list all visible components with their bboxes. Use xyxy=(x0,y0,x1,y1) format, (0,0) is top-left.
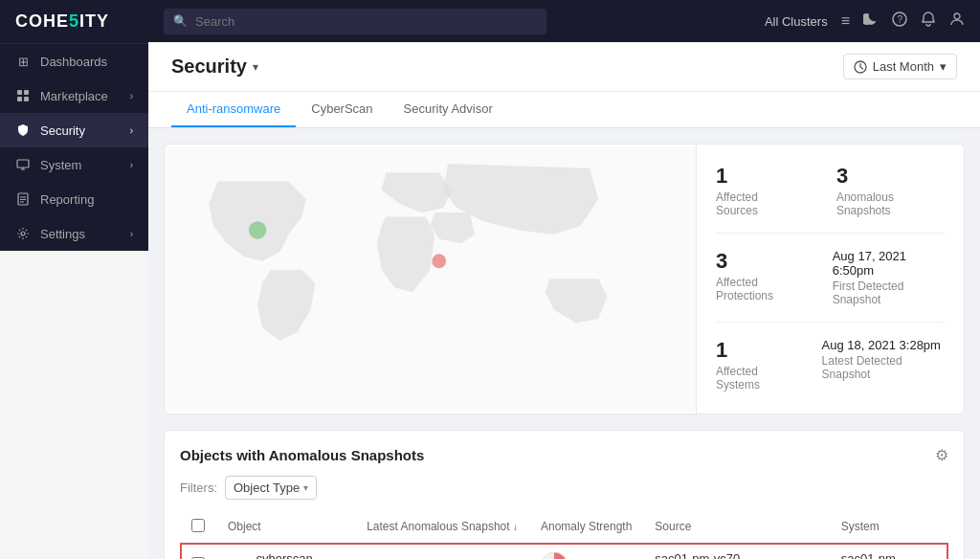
sidebar-label-reporting: Reporting xyxy=(40,192,133,207)
affected-sources-label: Affected Sources xyxy=(716,190,798,217)
svg-point-12 xyxy=(249,221,267,239)
world-map-svg xyxy=(165,145,696,414)
content-area: Security ▾ Last Month ▾ Anti-ransomware … xyxy=(148,42,980,559)
logo: COHE5ITY xyxy=(0,0,148,44)
help-icon[interactable]: ? xyxy=(892,11,907,31)
moon-icon[interactable] xyxy=(863,11,879,31)
panel-title: Objects with Anomalous Snapshots xyxy=(180,447,424,463)
affected-systems-count: 1 xyxy=(716,338,799,363)
chevron-right-system-icon: › xyxy=(130,160,133,170)
object-name: cyberscan-demo02 xyxy=(256,551,345,560)
dashboards-icon: ⊞ xyxy=(15,54,31,69)
header-strength: Anomaly Strength xyxy=(529,511,643,544)
affected-sources-stat: 1 Affected Sources xyxy=(716,164,798,217)
topbar: 🔍 All Clusters ≡ ? xyxy=(148,0,980,42)
tab-anti-ransomware[interactable]: Anti-ransomware xyxy=(171,92,296,127)
svg-rect-1 xyxy=(24,90,29,95)
affected-systems-label: Affected Systems xyxy=(716,365,799,391)
svg-point-9 xyxy=(954,13,960,19)
topbar-right: All Clusters ≡ ? xyxy=(765,11,965,31)
svg-rect-4 xyxy=(17,160,29,168)
gear-button[interactable]: ⚙ xyxy=(935,446,948,464)
tab-cyberscan[interactable]: CyberScan xyxy=(296,92,388,127)
filters-label: Filters: xyxy=(180,481,217,495)
chevron-right-settings-icon: › xyxy=(130,229,133,239)
filter-label: Object Type xyxy=(234,481,300,495)
tabs-bar: Anti-ransomware CyberScan Security Advis… xyxy=(148,92,980,128)
search-box[interactable]: 🔍 xyxy=(164,9,546,34)
anomalous-snapshots-label: Anomalous Snapshots xyxy=(836,190,945,217)
svg-text:?: ? xyxy=(898,14,903,25)
sidebar-label-marketplace: Marketplace xyxy=(40,89,121,103)
first-detected-stat: Aug 17, 2021 6:50pm First Detected Snaps… xyxy=(833,249,945,306)
svg-rect-0 xyxy=(17,90,22,95)
affected-protections-stat: 3 Affected Protections xyxy=(716,249,810,302)
system-icon xyxy=(15,157,31,172)
anomalous-snapshots-count: 3 xyxy=(836,164,945,189)
svg-rect-3 xyxy=(24,97,29,101)
logo-text: COHE5ITY xyxy=(15,11,109,32)
page-title-row: Security ▾ xyxy=(171,56,258,78)
clock-icon xyxy=(854,60,867,74)
sidebar: COHE5ITY ⊞ Dashboards Marketplace › Secu… xyxy=(0,0,148,559)
bell-icon[interactable] xyxy=(921,11,936,31)
first-detected-label: First Detected Snapshot xyxy=(833,280,945,306)
object-type-filter[interactable]: Object Type ▾ xyxy=(225,476,317,500)
first-detected-date: Aug 17, 2021 6:50pm xyxy=(833,249,945,278)
objects-panel: Objects with Anomalous Snapshots ⚙ Filte… xyxy=(164,430,965,560)
affected-systems-stat: 1 Affected Systems xyxy=(716,338,799,391)
filter-icon[interactable]: ≡ xyxy=(841,12,850,30)
page-header: Security ▾ Last Month ▾ xyxy=(148,42,980,92)
affected-sources-count: 1 xyxy=(716,164,798,189)
sidebar-logo: COHE5ITY ⊞ Dashboards Marketplace › Secu… xyxy=(0,0,148,251)
snapshot-date: Aug 18, 2021 3:28pm xyxy=(355,543,529,559)
sidebar-item-dashboards[interactable]: ⊞ Dashboards xyxy=(0,44,148,78)
sidebar-item-marketplace[interactable]: Marketplace › xyxy=(0,78,148,113)
svg-point-6 xyxy=(21,232,25,235)
filter-dropdown-arrow: ▾ xyxy=(303,482,308,493)
table-row: VMcyberscan-demo02Aug 18, 2021 3:28pm77%… xyxy=(180,543,948,559)
map-stats-panel: 1 Affected Sources 3 Anomalous Snapshots… xyxy=(164,144,965,414)
anomaly-strength: 77% xyxy=(529,543,643,559)
affected-protections-count: 3 xyxy=(716,249,810,274)
affected-protections-label: Affected Protections xyxy=(716,276,810,302)
header-checkbox-cell xyxy=(180,511,216,544)
page-title: Security xyxy=(171,56,247,78)
select-all-checkbox[interactable] xyxy=(191,519,205,532)
filters-row: Filters: Object Type ▾ xyxy=(180,476,948,500)
title-dropdown-icon[interactable]: ▾ xyxy=(253,60,258,74)
chevron-right-icon: › xyxy=(130,91,133,101)
system: sac01-pm-haswell2-p1 xyxy=(830,543,948,559)
time-filter-button[interactable]: Last Month ▾ xyxy=(843,54,957,79)
objects-table: Object Latest Anomalous Snapshot ↓ Anoma… xyxy=(180,511,948,560)
reporting-icon xyxy=(15,191,31,207)
header-system: System xyxy=(830,511,948,544)
security-icon xyxy=(15,123,31,138)
latest-detected-stat: Aug 18, 2021 3:28pm Latest Detected Snap… xyxy=(822,338,945,381)
sidebar-item-settings[interactable]: Settings › xyxy=(0,216,148,251)
sort-icon[interactable]: ↓ xyxy=(513,522,518,532)
svg-rect-2 xyxy=(17,97,22,101)
sidebar-item-security[interactable]: Security › xyxy=(0,113,148,147)
user-icon[interactable] xyxy=(949,11,965,31)
settings-icon xyxy=(15,226,31,241)
sidebar-label-security: Security xyxy=(40,123,121,138)
tab-security-advisor[interactable]: Security Advisor xyxy=(389,92,508,127)
svg-point-13 xyxy=(432,254,446,268)
chevron-right-security-icon: › xyxy=(130,125,133,136)
time-filter-arrow: ▾ xyxy=(940,59,947,74)
header-snapshot: Latest Anomalous Snapshot ↓ xyxy=(355,511,529,544)
sidebar-item-system[interactable]: System › xyxy=(0,147,148,182)
source: sac01-pm-vc70-02.pm.cohesity.com xyxy=(643,543,829,559)
table-header-row: Object Latest Anomalous Snapshot ↓ Anoma… xyxy=(180,511,948,544)
panel-header: Objects with Anomalous Snapshots ⚙ xyxy=(180,446,948,464)
marketplace-icon xyxy=(15,88,31,103)
search-icon: 🔍 xyxy=(173,14,188,28)
time-filter-label: Last Month xyxy=(873,59,934,74)
sidebar-item-reporting[interactable]: Reporting xyxy=(0,182,148,216)
sidebar-label-dashboards: Dashboards xyxy=(40,55,133,69)
latest-detected-date: Aug 18, 2021 3:28pm xyxy=(822,338,945,352)
sidebar-label-settings: Settings xyxy=(40,227,121,241)
header-object: Object xyxy=(216,511,355,544)
search-input[interactable] xyxy=(195,14,537,29)
